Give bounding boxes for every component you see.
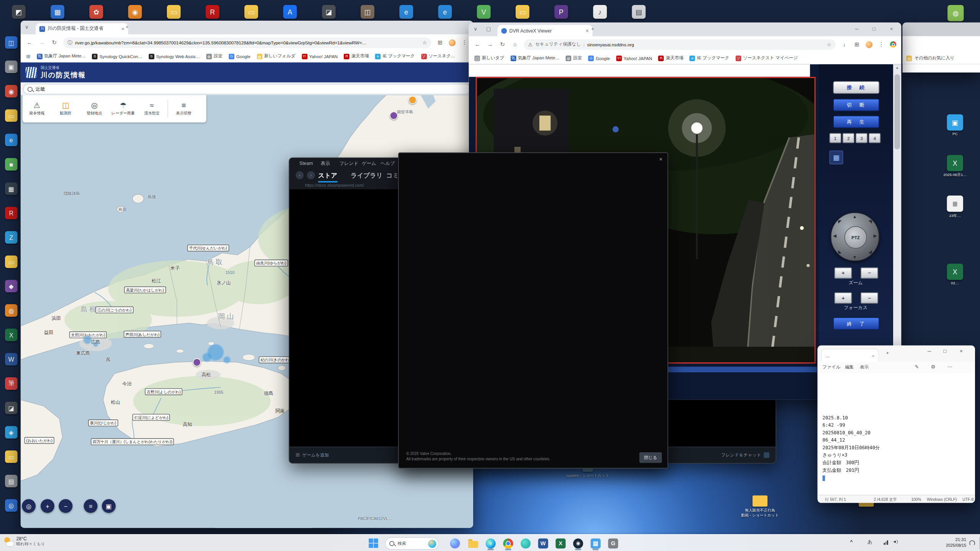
maximize-icon[interactable]: □	[872, 26, 875, 32]
desktop-shortcut-icon[interactable]: ◎	[5, 499, 18, 512]
bookmark-item[interactable]: eIE ブックマーク	[375, 53, 415, 59]
notepad-menu-1[interactable]: 編集	[845, 364, 854, 370]
river-name-chip[interactable]: 肱川(ひじかわ)	[88, 419, 118, 426]
river-name-chip[interactable]: 芦田川(あしだがわ)	[124, 331, 162, 337]
close-button[interactable]: 閉じる	[639, 452, 662, 463]
ptz-left-icon[interactable]: ◀	[833, 234, 836, 239]
channel-button-2[interactable]: 2	[843, 133, 854, 143]
bookmark-item[interactable]: SSynology QuickCon…	[92, 54, 142, 59]
bookmark-item[interactable]: R楽天市場	[344, 53, 369, 59]
zoom-out-button[interactable]: −	[861, 267, 878, 279]
map-station-marker[interactable]	[193, 358, 201, 366]
steam-back-icon[interactable]: ‹	[296, 171, 304, 179]
desktop-shortcut-icon[interactable]: ▭	[244, 5, 258, 19]
bookmark-item[interactable]: GGoogle	[229, 54, 250, 59]
volume-icon[interactable]: ◄)	[892, 539, 898, 543]
close-icon[interactable]: ×	[659, 156, 663, 162]
close-icon[interactable]: ×	[956, 349, 966, 354]
bookmark-item[interactable]: 気気象庁 Japan Mete…	[510, 55, 559, 61]
steam-tab-ライブラリ[interactable]: ライブラリ	[351, 171, 383, 181]
menu-kebab-icon[interactable]: ⋮	[461, 39, 468, 46]
background-browser-window[interactable]: ▤ その他のお気に入り	[903, 23, 980, 73]
map-control-button[interactable]: ▣	[102, 499, 116, 513]
ptz-right-icon[interactable]: ▶	[874, 234, 877, 239]
desktop-shortcut-icon[interactable]: ▣	[5, 60, 18, 73]
desktop-shortcut-icon[interactable]: ◪	[5, 402, 18, 414]
steam-menu-item[interactable]: Steam	[299, 161, 313, 166]
map-station-marker[interactable]	[390, 111, 398, 119]
desktop-shortcut-icon[interactable]: ▦	[5, 183, 18, 195]
notepad-menu-0[interactable]: ファイル	[823, 364, 841, 370]
desktop-shortcut-icon[interactable]: ▭	[5, 109, 18, 122]
scroll-thumb[interactable]	[894, 74, 900, 149]
river-name-chip[interactable]: 紀の川(きのかわ)	[259, 356, 292, 363]
desktop-shortcut-icon[interactable]: ▭	[5, 256, 18, 268]
site-tool-発令情報[interactable]: ⚠発令情報	[23, 101, 51, 116]
taskbar-word[interactable]: W	[536, 536, 550, 550]
tray-chevron-icon[interactable]: ^	[850, 539, 853, 545]
river-name-chip[interactable]: 千代川(せんだいがわ)	[187, 245, 229, 251]
taskbar-search[interactable]: 検索	[385, 537, 439, 549]
desktop-shortcut-icon[interactable]: ▣	[947, 114, 963, 130]
reload-icon[interactable]: ↻	[499, 41, 506, 47]
browser-tab[interactable]: DVR ActiveX Viewer ×	[498, 25, 593, 36]
extensions-icon[interactable]: ⊞	[853, 41, 861, 47]
desktop-shortcut-icon[interactable]	[753, 496, 768, 507]
desktop-shortcut-icon[interactable]: ◪	[322, 5, 336, 19]
desktop-shortcut-icon[interactable]: ◉	[128, 5, 142, 19]
menu-kebab-icon[interactable]: ⋮	[877, 41, 885, 47]
more-favorites-label[interactable]: その他のお気に入り	[915, 55, 954, 61]
site-search-input[interactable]: 近畿	[23, 84, 470, 95]
more-icon[interactable]: ⋯	[946, 364, 954, 370]
notification-bell-icon[interactable]	[969, 540, 975, 545]
desktop-shortcut-icon[interactable]: ♪	[593, 5, 607, 19]
bookmark-item[interactable]: ⚙設定	[566, 55, 582, 61]
ptz-downleft-icon[interactable]: ◣	[838, 249, 841, 254]
steam-forward-icon[interactable]: ›	[307, 171, 315, 179]
desktop-shortcut-icon[interactable]: ▭	[5, 450, 18, 463]
profile-avatar[interactable]	[866, 41, 872, 48]
bookmark-star-icon[interactable]: ☆	[422, 40, 427, 46]
friends-chat-button[interactable]: フレンド＆チャット	[721, 452, 769, 458]
desktop-shortcut-icon[interactable]: R	[206, 5, 219, 19]
taskbar-steam[interactable]: ◉	[571, 536, 585, 550]
desktop-shortcut-icon[interactable]: ▤	[632, 5, 646, 19]
ptz-downright-icon[interactable]: ◢	[869, 249, 872, 254]
bookmark-item[interactable]: SSynology Web Assis…	[149, 54, 200, 59]
start-button[interactable]	[366, 536, 380, 550]
tab-search-icon[interactable]: ∨	[474, 26, 478, 32]
tab-close-icon[interactable]: ×	[121, 26, 124, 32]
tab-search-icon[interactable]: ∨	[25, 24, 29, 30]
desktop-shortcut-icon[interactable]: P	[554, 5, 568, 19]
add-game-button[interactable]: ⊞ ゲームを追加	[296, 452, 329, 458]
desktop-shortcut-icon[interactable]: A	[283, 5, 297, 19]
desktop-shortcut-icon[interactable]: ◫	[361, 5, 374, 19]
valve-dialog-window[interactable]: × © 2025 Valve Corporation. All trademar…	[398, 152, 668, 468]
bookmark-item[interactable]: ソソースネクスト マイページ	[735, 55, 798, 61]
ptz-up-icon[interactable]: ▲	[853, 214, 857, 218]
desktop-shortcut-icon[interactable]: ◆	[5, 280, 18, 292]
site-tool-浸水想定[interactable]: ≈浸水想定	[137, 101, 166, 116]
bookmark-item[interactable]: Y!Yahoo! JAPAN	[302, 54, 338, 59]
desktop-shortcut-icon[interactable]: R	[5, 207, 18, 219]
map-control-button[interactable]: ≡	[84, 499, 98, 513]
steam-menu-item[interactable]: ヘルプ	[381, 161, 395, 167]
forward-icon[interactable]: →	[38, 39, 46, 46]
map-station-marker[interactable]	[408, 96, 416, 104]
channel-button-4[interactable]: 4	[869, 133, 880, 143]
file-tab[interactable]: …×	[821, 349, 879, 362]
back-icon[interactable]: ←	[474, 41, 482, 47]
desktop-shortcut-icon[interactable]: ◈	[5, 426, 18, 439]
desktop-shortcut-icon[interactable]: e	[399, 5, 413, 19]
desktop-shortcut-icon[interactable]: ▭	[516, 5, 529, 19]
weather-widget[interactable]: 28°C 晴れ時々くもり	[4, 536, 45, 547]
minimize-icon[interactable]: ─	[924, 349, 934, 354]
desktop-shortcut-icon[interactable]: ▭	[167, 5, 181, 19]
desktop-shortcut-icon[interactable]: ✿	[89, 5, 103, 19]
bookmark-item[interactable]: ▤新しいフォルダ	[256, 53, 295, 59]
taskbar-explorer[interactable]	[466, 536, 480, 550]
ime-indicator[interactable]: あ	[867, 539, 872, 545]
edit-icon[interactable]: ✎	[913, 364, 921, 370]
bookmark-item[interactable]: ⚙設定	[206, 53, 222, 59]
river-name-chip[interactable]: 江の川(ごうのかわ)	[95, 306, 133, 313]
